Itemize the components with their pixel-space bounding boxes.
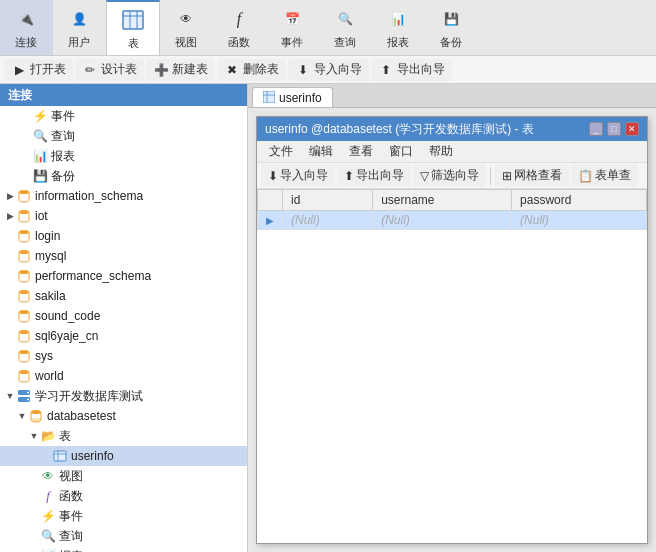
new-table-button[interactable]: ➕ 新建表 <box>146 59 215 81</box>
top-toolbar: 🔌 连接 👤 用户 表 👁 视图 f 函数 📅 事件 🔍 查询 📊 报表 <box>0 0 656 56</box>
menu-view[interactable]: 查看 <box>341 141 381 162</box>
toolbar-func[interactable]: f 函数 <box>213 0 266 55</box>
toolbar-table[interactable]: 表 <box>106 0 160 55</box>
event-icon: ⚡ <box>32 108 48 124</box>
import-wizard-inner-button[interactable]: ⬇ 导入向导 <box>261 164 335 187</box>
db-icon <box>16 368 32 384</box>
sidebar-item-events-folder[interactable]: ⚡ 事件 <box>0 506 247 526</box>
db-icon <box>16 328 32 344</box>
toolbar-report-label: 报表 <box>387 35 409 50</box>
toolbar-backup[interactable]: 💾 备份 <box>425 0 478 55</box>
sidebar-item-reports-folder[interactable]: 📊 报表 <box>0 546 247 552</box>
sidebar-item-mysql[interactable]: mysql <box>0 246 247 266</box>
window-controls: _ □ ✕ <box>589 122 639 136</box>
content-area: userinfo userinfo @databasetest (学习开发数据库… <box>248 84 656 552</box>
data-table: id username password ▶ (Null) (Null) (Nu… <box>257 189 647 230</box>
export-wizard-button[interactable]: ⬆ 导出向导 <box>371 59 452 81</box>
tab-label: userinfo <box>279 91 322 105</box>
svg-point-11 <box>19 310 29 314</box>
sidebar-item-userinfo[interactable]: userinfo <box>0 446 247 466</box>
sidebar-item-views-folder[interactable]: 👁 视图 <box>0 466 247 486</box>
svg-point-10 <box>19 290 29 294</box>
close-button[interactable]: ✕ <box>625 122 639 136</box>
sidebar-item-backup1[interactable]: 💾 备份 <box>0 166 247 186</box>
menu-edit[interactable]: 编辑 <box>301 141 341 162</box>
row-indicator-header <box>258 190 283 211</box>
export-wizard-inner-button[interactable]: ⬆ 导出向导 <box>337 164 411 187</box>
func-folder-icon: f <box>40 488 56 504</box>
toolbar-query[interactable]: 🔍 查询 <box>319 0 372 55</box>
inner-titlebar: userinfo @databasetest (学习开发数据库测试) - 表 _… <box>257 117 647 141</box>
toolbar-event[interactable]: 📅 事件 <box>266 0 319 55</box>
sidebar-item-sys[interactable]: sys <box>0 346 247 366</box>
sidebar-item-xuexi[interactable]: ▼ 学习开发数据库测试 <box>0 386 247 406</box>
query-icon: 🔍 <box>32 128 48 144</box>
grid-view-button[interactable]: ⊞ 网格查看 <box>495 164 569 187</box>
sidebar-item-world[interactable]: world <box>0 366 247 386</box>
sidebar-header: 连接 <box>0 84 247 106</box>
import-wizard-button[interactable]: ⬇ 导入向导 <box>288 59 369 81</box>
form-label: 表单查 <box>595 167 631 184</box>
view-folder-icon: 👁 <box>40 468 56 484</box>
filter-wizard-button[interactable]: ▽ 筛选向导 <box>413 164 486 187</box>
design-table-label: 设计表 <box>101 61 137 78</box>
minimize-button[interactable]: _ <box>589 122 603 136</box>
user-icon: 👤 <box>65 5 93 33</box>
sidebar-item-sql6[interactable]: sql6yaje_cn <box>0 326 247 346</box>
sidebar-item-dbtest[interactable]: ▼ databasetest <box>0 406 247 426</box>
sidebar-item-tables-folder[interactable]: ▼ 📂 表 <box>0 426 247 446</box>
separator <box>490 167 491 185</box>
toolbar-user[interactable]: 👤 用户 <box>53 0 106 55</box>
report-icon: 📊 <box>384 5 412 33</box>
sidebar-item-iot[interactable]: ▶ iot <box>0 206 247 226</box>
cell-password[interactable]: (Null) <box>512 211 647 230</box>
sidebar-item-sound[interactable]: sound_code <box>0 306 247 326</box>
svg-point-18 <box>27 399 29 401</box>
toolbar-view[interactable]: 👁 视图 <box>160 0 213 55</box>
design-table-button[interactable]: ✏ 设计表 <box>75 59 144 81</box>
toolbar-report[interactable]: 📊 报表 <box>372 0 425 55</box>
menu-window[interactable]: 窗口 <box>381 141 421 162</box>
db-icon <box>16 208 32 224</box>
menu-help[interactable]: 帮助 <box>421 141 461 162</box>
svg-rect-21 <box>54 451 66 461</box>
cell-id[interactable]: (Null) <box>283 211 373 230</box>
svg-point-8 <box>19 250 29 254</box>
delete-table-button[interactable]: ✖ 删除表 <box>217 59 286 81</box>
import-inner-icon: ⬇ <box>268 169 278 183</box>
table-container: id username password ▶ (Null) (Null) (Nu… <box>257 189 647 543</box>
cell-username[interactable]: (Null) <box>373 211 512 230</box>
backup-icon: 💾 <box>32 168 48 184</box>
import-inner-label: 导入向导 <box>280 167 328 184</box>
export-inner-label: 导出向导 <box>356 167 404 184</box>
sidebar-item-sakila[interactable]: sakila <box>0 286 247 306</box>
sidebar-item-perf[interactable]: performance_schema <box>0 266 247 286</box>
table-row[interactable]: ▶ (Null) (Null) (Null) <box>258 211 647 230</box>
toolbar-view-label: 视图 <box>175 35 197 50</box>
maximize-button[interactable]: □ <box>607 122 621 136</box>
open-table-button[interactable]: ▶ 打开表 <box>4 59 73 81</box>
form-view-button[interactable]: 📋 表单查 <box>571 164 638 187</box>
sidebar-item-funcs-folder[interactable]: f 函数 <box>0 486 247 506</box>
toolbar-event-label: 事件 <box>281 35 303 50</box>
sidebar-item-queries-folder[interactable]: 🔍 查询 <box>0 526 247 546</box>
sidebar-item-event1[interactable]: ⚡ 事件 <box>0 106 247 126</box>
toolbar-connect-label: 连接 <box>15 35 37 50</box>
sidebar-item-login[interactable]: login <box>0 226 247 246</box>
sidebar-item-report1[interactable]: 📊 报表 <box>0 146 247 166</box>
toolbar-connect[interactable]: 🔌 连接 <box>0 0 53 55</box>
tab-icon <box>263 91 275 105</box>
menu-file[interactable]: 文件 <box>261 141 301 162</box>
second-toolbar: ▶ 打开表 ✏ 设计表 ➕ 新建表 ✖ 删除表 ⬇ 导入向导 ⬆ 导出向导 <box>0 56 656 84</box>
sidebar-item-info-schema[interactable]: ▶ information_schema <box>0 186 247 206</box>
table-small-icon <box>52 448 68 464</box>
db-icon <box>16 188 32 204</box>
sidebar: 连接 ⚡ 事件 🔍 查询 📊 报表 <box>0 84 248 552</box>
col-header-username: username <box>373 190 512 211</box>
col-header-id: id <box>283 190 373 211</box>
export-label: 导出向导 <box>397 61 445 78</box>
grid-icon: ⊞ <box>502 169 512 183</box>
tab-userinfo[interactable]: userinfo <box>252 87 333 107</box>
sidebar-item-query1[interactable]: 🔍 查询 <box>0 126 247 146</box>
form-icon: 📋 <box>578 169 593 183</box>
